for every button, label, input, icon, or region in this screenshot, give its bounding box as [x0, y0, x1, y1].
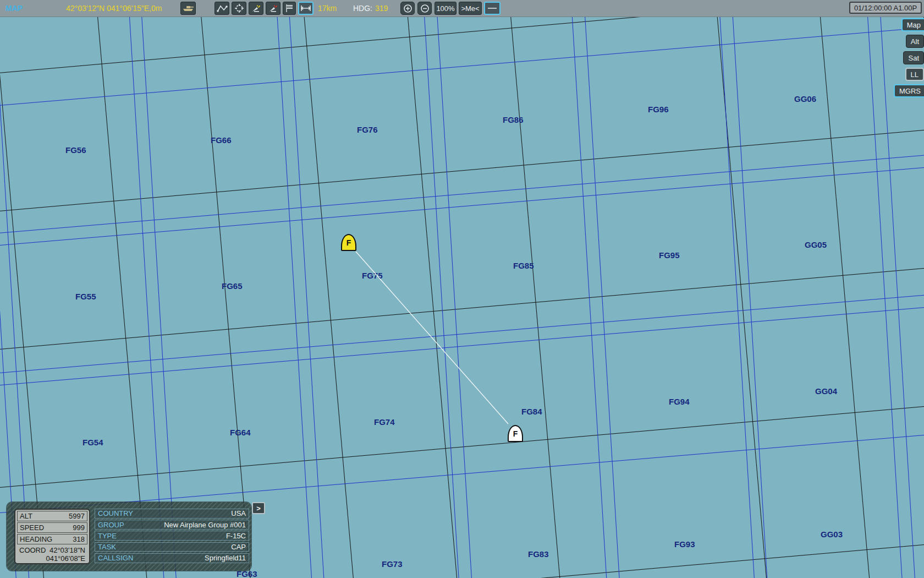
unit-marker-waypoint[interactable]: F [508, 425, 523, 442]
info-row-task: TASKCAP [95, 542, 249, 552]
alt-label: ALT [20, 512, 32, 520]
grid-square-label: GG05 [805, 240, 827, 249]
heading-row: HEADING 318 [17, 534, 87, 544]
grid-square-label: FG55 [75, 292, 96, 301]
alt-row: ALT 5997 [17, 511, 87, 521]
grid-square-label: FG54 [82, 438, 103, 447]
info-row-label: TASK [98, 543, 116, 551]
grid-square-label: GG06 [794, 94, 816, 103]
heading-label: HEADING [20, 535, 52, 543]
radar-signal-yellow-icon[interactable] [249, 2, 263, 15]
grid-square-label: FG85 [513, 261, 534, 270]
layer-button-map[interactable]: Map [901, 18, 924, 31]
grid-square-label: FG64 [230, 428, 251, 437]
alt-value: 5997 [69, 512, 85, 520]
expand-panel-button[interactable]: > [252, 502, 265, 514]
info-row-type: TYPEF-15C [95, 531, 249, 541]
top-toolbar: MAP 42°03'12"N 041°06'15"E,0m 17km HDG: … [0, 0, 924, 17]
info-row-group: GROUPNew Airplane Group #001 [95, 520, 249, 530]
layer-button-alt[interactable]: Alt [906, 35, 924, 48]
cursor-coordinates: 42°03'12"N 041°06'15"E,0m [66, 0, 162, 17]
grid-square-label: FG83 [528, 549, 549, 559]
unit-link-line-layer [0, 0, 924, 578]
info-row-label: GROUP [98, 521, 124, 529]
heading-value: 318 [73, 535, 85, 543]
grid-square-label: FG76 [357, 125, 378, 134]
info-row-value: New Airplane Group #001 [164, 521, 246, 529]
speed-row: SPEED 999 [17, 522, 87, 533]
grid-square-label: FG73 [382, 559, 403, 569]
info-row-country: COUNTRYUSA [95, 509, 249, 519]
latlong-grid-vertical-lines [0, 0, 924, 578]
route-icon[interactable] [215, 2, 229, 15]
scale-readout: 17km [318, 0, 337, 17]
zoom-in-icon[interactable] [400, 2, 415, 15]
grid-square-label: FG86 [503, 115, 524, 124]
unit-info-panel: ALT 5997 SPEED 999 HEADING 318 COORD 42°… [7, 502, 251, 571]
unit-marker-letter: F [513, 429, 518, 438]
tank-icon[interactable] [180, 2, 196, 15]
speed-label: SPEED [20, 524, 44, 532]
map-canvas[interactable]: FG56FG66FG76FG86FG96GG06FG55FG65FG75FG85… [0, 0, 924, 578]
grid-square-label: FG94 [669, 397, 690, 406]
zoom-out-icon[interactable] [417, 2, 432, 15]
unit-stats-box: ALT 5997 SPEED 999 HEADING 318 COORD 42°… [14, 509, 90, 564]
zoom-level-button[interactable]: 100% [435, 2, 457, 15]
grid-square-label: FG93 [674, 539, 695, 549]
grid-square-label: FG75 [362, 271, 383, 280]
grid-square-label: FG95 [659, 250, 680, 260]
map-layer-buttons: MapAltSatLLMGRS [894, 18, 924, 101]
info-row-value: F-15C [226, 532, 246, 540]
info-row-value: CAP [231, 543, 246, 551]
coord-label: COORD [19, 546, 46, 563]
info-row-label: TYPE [98, 532, 117, 540]
mission-time-field[interactable]: 01/12:00:00 A1.00P [849, 2, 922, 14]
grid-square-label: FG74 [374, 417, 395, 427]
map-mode-label: MAP [6, 0, 23, 17]
unit-detail-rows: COUNTRYUSAGROUPNew Airplane Group #001TY… [95, 509, 249, 564]
info-row-label: COUNTRY [98, 509, 133, 517]
grid-square-label: FG96 [648, 105, 669, 114]
radar-signal-red-icon[interactable] [266, 2, 280, 15]
grid-square-label: GG03 [821, 530, 843, 539]
target-icon[interactable] [232, 2, 246, 15]
heading-value: 319 [375, 4, 388, 13]
layer-button-ll[interactable]: LL [905, 68, 924, 81]
unit-marker-letter: F [346, 238, 351, 247]
info-row-callsign: CALLSIGNSpringfield11 [95, 553, 249, 563]
layer-button-mgrs[interactable]: MGRS [894, 84, 924, 97]
grid-square-label: FG65 [222, 281, 243, 291]
heading-readout: HDG: 319 [353, 0, 388, 17]
unit-marker-selected[interactable]: F [341, 234, 356, 251]
info-row-label: CALLSIGN [98, 554, 133, 562]
grid-square-label: GG04 [815, 386, 837, 396]
latlong-grid-horizontal-lines [0, 0, 924, 578]
layer-button-sat[interactable]: Sat [903, 51, 924, 64]
mgrs-grid-lines [0, 0, 924, 578]
flag-icon[interactable] [283, 2, 296, 15]
grid-square-label: FG66 [211, 135, 232, 145]
info-row-value: USA [231, 509, 246, 517]
speed-value: 999 [73, 524, 85, 532]
layers-line-icon[interactable] [484, 2, 501, 15]
coord-value: 42°03'18"N 041°06'08"E [46, 546, 85, 563]
coord-row: COORD 42°03'18"N 041°06'08"E [17, 546, 87, 563]
heading-label: HDG: [353, 4, 372, 13]
ruler-icon[interactable] [298, 2, 314, 15]
center-on-me-button[interactable]: >Me< [459, 2, 482, 15]
grid-square-label: FG56 [65, 145, 86, 155]
unit-link-line [356, 252, 508, 424]
grid-square-labels: FG56FG66FG76FG86FG96GG06FG55FG65FG75FG85… [0, 0, 924, 578]
info-row-value: Springfield11 [205, 554, 246, 562]
grid-square-label: FG84 [521, 407, 542, 416]
